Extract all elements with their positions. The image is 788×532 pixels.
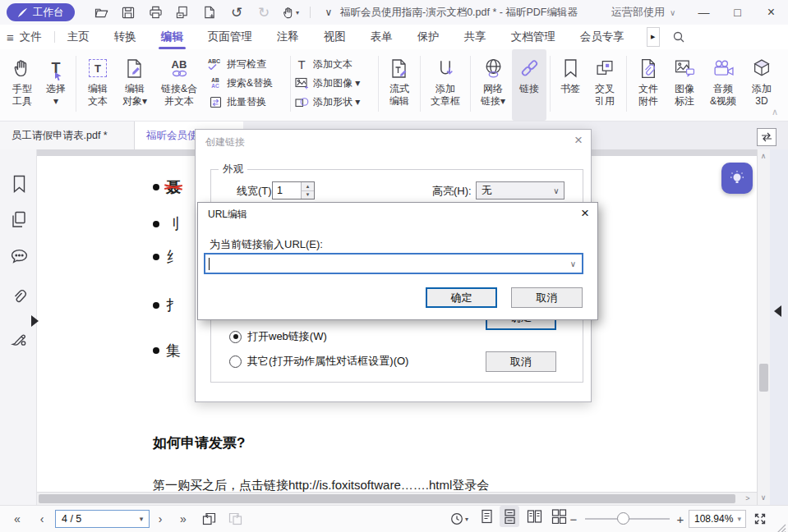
highlight-dropdown[interactable]: 无 ∨ xyxy=(476,181,565,200)
link-merge-text-button[interactable]: AB 链接&合 并文本 xyxy=(154,49,205,121)
scroll-right-icon[interactable]: > xyxy=(742,494,753,502)
menu-member[interactable]: 会员专享 xyxy=(568,25,637,49)
vertical-scroll-thumb[interactable] xyxy=(759,364,768,392)
link-button[interactable]: 链接 xyxy=(512,49,546,121)
last-page-button[interactable]: » xyxy=(174,506,192,532)
close-button[interactable]: × xyxy=(754,0,788,25)
menu-file[interactable]: ≡ 文件 xyxy=(0,25,54,49)
page-print-icon[interactable] xyxy=(169,2,196,23)
comments-panel-icon[interactable] xyxy=(9,246,29,266)
vertical-scrollbar[interactable]: ∧ ∨ xyxy=(757,149,770,505)
select-tool-button[interactable]: T 选择 ▾ xyxy=(39,49,72,121)
attachments-panel-icon[interactable] xyxy=(9,285,29,305)
image-annotation-button[interactable]: 图像 标注 xyxy=(666,49,703,121)
chevron-down-icon[interactable]: ∨ xyxy=(570,259,576,268)
swap-panels-icon[interactable] xyxy=(757,128,776,146)
zoom-in-icon[interactable]: + xyxy=(674,506,687,532)
next-view-icon[interactable] xyxy=(225,506,245,532)
fullscreen-icon[interactable] xyxy=(750,506,770,532)
cross-reference-button[interactable]: 交叉 引用 xyxy=(587,49,623,121)
signature-panel-icon[interactable] xyxy=(9,328,29,348)
close-icon[interactable]: × xyxy=(581,205,589,222)
file-attachment-button[interactable]: 文件 附件 xyxy=(630,49,666,121)
menu-comment[interactable]: 注释 xyxy=(265,25,311,49)
previous-view-icon[interactable] xyxy=(199,506,219,532)
hand-quick-icon[interactable]: ▾ xyxy=(278,2,305,23)
spin-down-icon[interactable]: ▼ xyxy=(302,191,314,200)
search-icon xyxy=(672,30,685,44)
line-width-spinner[interactable]: 1 ▲▼ xyxy=(272,181,315,200)
url-cancel-button[interactable]: 取消 xyxy=(511,287,583,308)
next-page-button[interactable]: › xyxy=(153,506,168,532)
url-ok-button[interactable]: 确定 xyxy=(426,287,497,308)
edit-object-button[interactable]: 编辑 对象▾ xyxy=(116,49,154,121)
sidebar-expand-handle[interactable] xyxy=(31,315,39,327)
facing-continuous-view-icon[interactable] xyxy=(549,506,569,527)
search-replace-button[interactable]: ABAC 搜索&替换 xyxy=(208,76,287,90)
workspace-button[interactable]: 工作台 xyxy=(7,3,75,21)
add-article-box-button[interactable]: 添加 文章框 xyxy=(424,49,467,121)
menu-overflow-button[interactable]: ▶ xyxy=(647,27,660,47)
add-shape-button[interactable]: 添加形状 ▾ xyxy=(294,95,375,109)
spin-up-icon[interactable]: ▲ xyxy=(302,182,314,191)
zoom-out-icon[interactable]: − xyxy=(567,506,580,532)
horizontal-scrollbar[interactable]: > xyxy=(37,492,757,505)
scroll-up-icon[interactable]: ∧ xyxy=(758,152,769,160)
new-document-icon[interactable] xyxy=(196,2,223,23)
zoom-slider-thumb[interactable] xyxy=(617,512,629,525)
minimize-button[interactable]: — xyxy=(687,0,721,25)
save-icon[interactable] xyxy=(115,2,142,23)
maximize-button[interactable]: □ xyxy=(721,0,754,25)
account-selector[interactable]: 运营部使用 ∨ xyxy=(611,0,675,25)
batch-replace-button[interactable]: 批量替换 xyxy=(208,95,287,109)
audio-video-button[interactable]: 音频 &视频 xyxy=(703,49,744,121)
menu-home[interactable]: 主页 xyxy=(55,25,102,49)
spell-check-button[interactable]: ABC 拼写检查 xyxy=(208,57,287,71)
auto-scroll-button[interactable]: ▾ xyxy=(447,506,472,532)
add-image-button[interactable]: 添加图像 ▾ xyxy=(294,76,375,90)
first-page-button[interactable]: « xyxy=(8,506,26,532)
smart-assistant-button[interactable] xyxy=(721,163,753,194)
menu-page-management[interactable]: 页面管理 xyxy=(196,25,265,49)
redo-icon[interactable]: ↻ xyxy=(251,2,278,23)
add-3d-icon xyxy=(752,55,772,81)
bookmarks-panel-icon[interactable] xyxy=(9,174,29,194)
menu-convert[interactable]: 转换 xyxy=(102,25,149,49)
page-number-combo[interactable]: 4 / 5 ▾ xyxy=(55,510,150,528)
open-web-link-radio[interactable]: 打开web链接(W) xyxy=(229,329,327,344)
add-text-button[interactable]: T 添加文本 xyxy=(294,57,375,71)
other-action-radio[interactable]: 其它(打开动作属性对话框设置)(O) xyxy=(229,354,408,369)
open-file-icon[interactable] xyxy=(88,2,115,23)
pages-panel-icon[interactable] xyxy=(9,209,29,229)
tab-employee-leave-form[interactable]: 员工请假申请表.pdf * xyxy=(0,122,135,149)
flow-edit-button[interactable]: 流式 编辑 xyxy=(382,49,417,121)
create-link-cancel-button[interactable]: 取消 xyxy=(486,351,556,372)
menu-protect[interactable]: 保护 xyxy=(405,25,452,49)
search-button[interactable] xyxy=(660,25,698,49)
menu-view[interactable]: 视图 xyxy=(311,25,358,49)
scroll-down-icon[interactable]: ∨ xyxy=(758,493,769,502)
facing-view-icon[interactable] xyxy=(524,506,544,527)
menu-share[interactable]: 共享 xyxy=(452,25,499,49)
resize-grip[interactable] xyxy=(773,516,788,532)
web-link-button[interactable]: 网络 链接▾ xyxy=(474,49,512,121)
undo-icon[interactable]: ↺ xyxy=(223,2,251,23)
hand-tool-button[interactable]: 手型 工具 xyxy=(5,49,39,121)
url-input[interactable]: ∨ xyxy=(205,254,583,273)
right-panel-expand-handle[interactable] xyxy=(774,305,781,317)
single-page-view-icon[interactable] xyxy=(477,506,496,527)
print-icon[interactable] xyxy=(142,2,169,23)
url-prompt-label: 为当前链接输入URL(E): xyxy=(210,237,323,252)
collapse-ribbon-icon[interactable]: ∧ xyxy=(772,107,778,117)
bookmark-button[interactable]: 书签 xyxy=(554,49,587,121)
close-icon[interactable]: × xyxy=(574,132,583,149)
zoom-level-combo[interactable]: 108.94% ▾ xyxy=(689,510,746,528)
horizontal-scroll-thumb[interactable] xyxy=(39,494,735,503)
previous-page-button[interactable]: ‹ xyxy=(35,506,49,532)
quickbar-chevron-icon[interactable]: ∨ xyxy=(316,2,343,23)
edit-text-button[interactable]: T 编辑 文本 xyxy=(80,49,116,121)
menu-form[interactable]: 表单 xyxy=(358,25,405,49)
menu-doc-management[interactable]: 文档管理 xyxy=(499,25,568,49)
menu-edit[interactable]: 编辑 xyxy=(149,25,196,49)
continuous-view-icon[interactable] xyxy=(500,506,519,527)
